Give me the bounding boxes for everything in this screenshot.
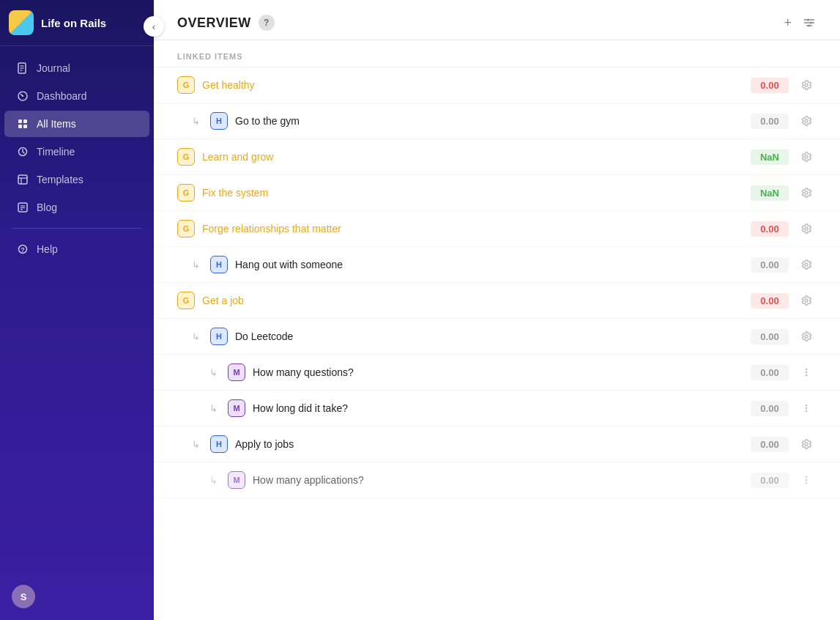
metric-badge: M	[228, 399, 245, 417]
list-item: ↳ H Hang out with someone 0.00	[154, 247, 840, 283]
item-value: 0.00	[751, 437, 789, 452]
goal-badge: G	[177, 76, 195, 94]
item-settings-button[interactable]	[796, 254, 817, 275]
item-name: Go to the gym	[235, 115, 743, 127]
indent-arrow: ↳	[192, 259, 200, 270]
item-value: 0.00	[751, 221, 789, 237]
item-name: Apply to jobs	[235, 438, 743, 450]
item-settings-button[interactable]	[796, 218, 817, 239]
habit-badge: H	[210, 435, 228, 453]
list-item: ↳ M How many applications? 0.00	[154, 462, 840, 498]
item-settings-button[interactable]	[796, 75, 817, 95]
item-settings-button[interactable]	[796, 326, 817, 347]
goal-badge: G	[177, 148, 195, 166]
item-value: 0.00	[751, 329, 789, 344]
sidebar-item-timeline[interactable]: Timeline	[4, 139, 149, 165]
sidebar-item-help[interactable]: ? Help	[4, 236, 149, 262]
item-value: 0.00	[751, 293, 789, 309]
sidebar-item-dashboard[interactable]: Dashboard	[4, 83, 149, 109]
collapse-sidebar-button[interactable]: ‹	[144, 16, 164, 37]
items-list: G Get healthy 0.00 ↳ H Go to the gym 0.0…	[154, 67, 840, 620]
item-name: How many questions?	[253, 366, 743, 378]
item-settings-button[interactable]	[796, 434, 817, 454]
item-more-button[interactable]	[796, 362, 817, 383]
list-item: ↳ M How long did it take? 0.00	[154, 391, 840, 427]
list-item: ↳ H Apply to jobs 0.00	[154, 427, 840, 462]
item-name: Do Leetcode	[235, 331, 743, 342]
avatar[interactable]: S	[12, 585, 35, 608]
item-settings-button[interactable]	[796, 182, 817, 203]
journal-icon	[16, 62, 29, 75]
page-title: OVERVIEW	[177, 15, 251, 31]
sidebar-item-all-items[interactable]: All Items	[4, 111, 149, 137]
item-settings-button[interactable]	[796, 290, 817, 311]
timeline-label: Timeline	[37, 146, 75, 158]
item-name: How long did it take?	[253, 402, 743, 414]
main-content: OVERVIEW ? + LINKED ITEMS G Get heal	[154, 0, 840, 620]
item-value: 0.00	[751, 114, 789, 129]
main-header: OVERVIEW ? +	[154, 0, 840, 40]
svg-rect-5	[18, 119, 22, 123]
sidebar-item-blog[interactable]: Blog	[4, 194, 149, 221]
item-value: 0.00	[751, 401, 789, 416]
item-name: Forge relationships that matter	[202, 223, 743, 235]
blog-icon	[16, 201, 29, 214]
svg-point-31	[806, 482, 807, 484]
svg-rect-8	[23, 125, 27, 128]
goal-badge: G	[177, 292, 195, 309]
all-items-icon	[16, 117, 29, 130]
svg-rect-7	[18, 125, 22, 128]
item-more-button[interactable]	[796, 398, 817, 418]
dashboard-icon	[16, 89, 29, 103]
goal-badge: G	[177, 220, 195, 237]
indent-arrow: ↳	[192, 116, 200, 127]
svg-rect-21	[810, 22, 812, 24]
header-right: +	[784, 15, 817, 31]
overview-help-button[interactable]: ?	[259, 15, 275, 31]
item-value: 0.00	[751, 78, 789, 93]
svg-point-30	[806, 479, 807, 481]
sidebar-divider	[12, 228, 142, 229]
linked-items-label: LINKED ITEMS	[154, 40, 840, 67]
list-item: G Fix the system NaN	[154, 175, 840, 211]
item-settings-button[interactable]	[796, 111, 817, 131]
templates-label: Templates	[37, 174, 83, 185]
blog-label: Blog	[37, 202, 57, 213]
help-label: Help	[37, 243, 58, 255]
indent-arrow: ↳	[192, 331, 200, 342]
svg-point-27	[806, 407, 807, 409]
item-name: Get healthy	[202, 79, 743, 91]
list-item: G Learn and grow NaN	[154, 139, 840, 175]
timeline-icon	[16, 145, 29, 158]
metric-badge: M	[228, 471, 245, 489]
item-name: Hang out with someone	[235, 259, 743, 270]
metric-badge: M	[228, 363, 245, 381]
sidebar-item-journal[interactable]: Journal	[4, 55, 149, 81]
journal-label: Journal	[37, 62, 70, 74]
habit-badge: H	[210, 256, 228, 273]
item-value: NaN	[751, 185, 789, 201]
item-more-button[interactable]	[796, 470, 817, 490]
filter-button[interactable]	[802, 15, 817, 30]
list-item: ↳ H Go to the gym 0.00	[154, 103, 840, 139]
list-item: G Get healthy 0.00	[154, 67, 840, 103]
app-title: Life on Rails	[41, 17, 106, 29]
svg-rect-20	[807, 19, 809, 21]
svg-point-28	[806, 410, 807, 412]
add-button[interactable]: +	[784, 15, 792, 31]
item-value: 0.00	[751, 365, 789, 380]
svg-point-4	[22, 95, 23, 97]
item-settings-button[interactable]	[796, 147, 817, 167]
svg-point-29	[806, 476, 807, 478]
indent-arrow: ↳	[209, 367, 218, 378]
item-name: Learn and grow	[202, 151, 743, 163]
app-logo	[9, 10, 34, 35]
svg-point-24	[806, 372, 807, 373]
item-value: 0.00	[751, 473, 789, 488]
sidebar-header: Life on Rails	[0, 0, 154, 46]
sidebar-nav: Journal Dashboard	[0, 46, 154, 573]
header-left: OVERVIEW ?	[177, 15, 275, 31]
goal-badge: G	[177, 184, 195, 202]
sidebar-footer: S	[0, 573, 154, 620]
sidebar-item-templates[interactable]: Templates	[4, 166, 149, 193]
